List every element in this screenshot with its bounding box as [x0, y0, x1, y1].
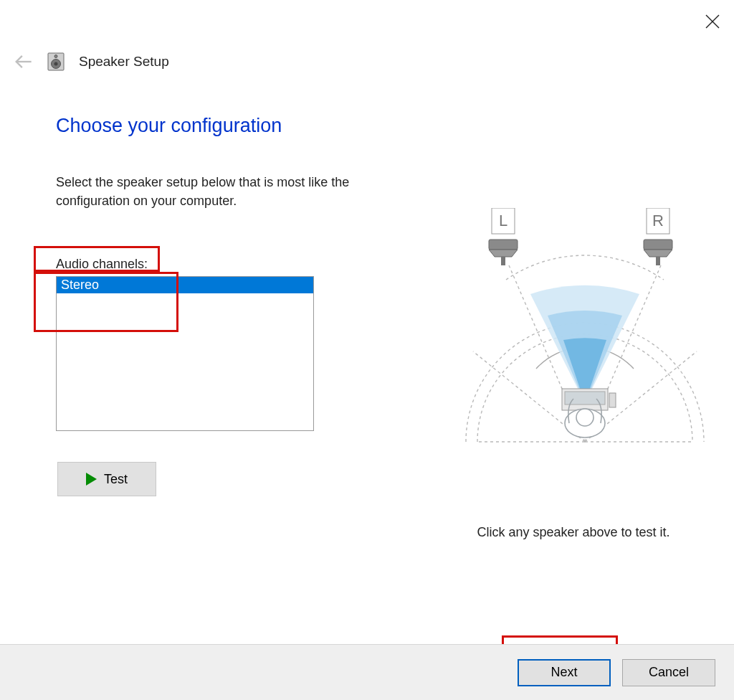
test-button-label: Test — [104, 472, 128, 487]
speaker-device-icon — [46, 52, 66, 72]
svg-point-17 — [576, 409, 594, 426]
diagram-caption: Click any speaker above to test it. — [447, 525, 700, 540]
audio-channel-option-stereo[interactable]: Stereo — [57, 277, 313, 293]
svg-rect-19 — [489, 240, 518, 250]
svg-marker-20 — [489, 250, 518, 257]
speaker-diagram: L R — [459, 208, 711, 460]
play-icon — [86, 473, 97, 486]
header: Speaker Setup — [13, 52, 169, 72]
close-button[interactable] — [704, 13, 721, 30]
audio-channels-listbox[interactable]: Stereo — [56, 276, 314, 431]
test-button[interactable]: Test — [57, 462, 156, 496]
dialog-footer: Next Cancel — [0, 644, 734, 700]
back-arrow-icon[interactable] — [13, 52, 33, 72]
right-speaker[interactable]: R — [644, 208, 672, 265]
svg-point-6 — [54, 55, 57, 58]
svg-marker-24 — [644, 250, 672, 257]
page-description: Select the speaker setup below that is m… — [56, 173, 400, 210]
next-button-label: Next — [550, 665, 577, 680]
right-speaker-label: R — [652, 212, 664, 230]
svg-rect-21 — [501, 257, 505, 265]
cancel-button-label: Cancel — [649, 665, 689, 680]
audio-channels-label: Audio channels: — [56, 257, 148, 272]
svg-rect-15 — [609, 393, 616, 407]
left-speaker[interactable]: L — [489, 208, 518, 265]
svg-rect-25 — [656, 257, 660, 265]
main-content: Choose your configuration Select the spe… — [56, 115, 705, 210]
svg-point-5 — [54, 62, 58, 66]
left-speaker-label: L — [499, 212, 507, 230]
window-title: Speaker Setup — [79, 54, 169, 70]
cancel-button[interactable]: Cancel — [622, 659, 715, 686]
page-heading: Choose your configuration — [56, 115, 705, 137]
svg-rect-23 — [644, 240, 672, 250]
next-button[interactable]: Next — [518, 659, 611, 686]
close-icon — [704, 13, 721, 30]
